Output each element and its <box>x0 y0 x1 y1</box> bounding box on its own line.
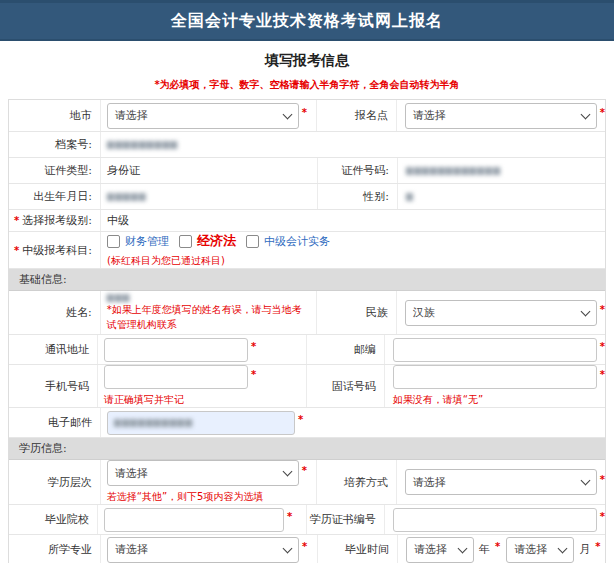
mobile-label: 手机号码 <box>9 365 98 407</box>
row-mobile-telephone: 手机号码 * 请正确填写并牢记 固话号码 * 如果没有，请填“无” <box>9 365 605 408</box>
chevron-down-icon <box>282 109 292 119</box>
required-mark: * <box>14 215 19 226</box>
city-select[interactable]: 请选择 <box>107 103 299 129</box>
email-input[interactable]: ▆▆▆▆▆▆▆▆▆▆ <box>107 411 295 435</box>
required-mark: * <box>302 465 307 476</box>
required-mark: * <box>251 341 256 352</box>
chevron-down-icon <box>580 109 590 119</box>
row-edulevel-training: 学历层次 请选择 * 若选择“其他”，则下5项内容为选填 培养方式 请选择 * <box>9 460 605 505</box>
required-mark: * <box>302 107 307 118</box>
address-label: 通讯地址 <box>9 335 98 364</box>
name-value-redacted: ▆▆▆ <box>107 293 131 302</box>
required-mark: * <box>600 341 605 352</box>
level-label: 选择报考级别: <box>22 213 92 228</box>
row-birth-gender: 出生年月日: ▆▆▆▆▆ 性别: ▆ <box>9 184 605 210</box>
chevron-down-icon <box>283 543 293 553</box>
name-label: 姓名: <box>9 291 101 334</box>
subjects-label: 中级报考科目: <box>22 243 92 258</box>
row-subjects: * 中级报考科目: 财务管理 经济法 中级会计实务 (标红科目为您已通过科目) <box>9 232 605 269</box>
regpoint-select-value: 请选择 <box>413 108 446 123</box>
required-mark: * <box>600 474 605 485</box>
required-mark: * <box>600 511 605 522</box>
grad-year-select[interactable]: 请选择 <box>406 537 474 563</box>
checkbox-financial-management[interactable] <box>107 235 120 248</box>
required-mark: * <box>600 107 605 118</box>
checkbox-economic-law[interactable] <box>179 235 192 248</box>
required-mark: * <box>600 369 605 380</box>
edu-level-select-value: 请选择 <box>115 466 148 481</box>
subject-economic-law-label: 经济法 <box>197 232 236 250</box>
training-label: 培养方式 <box>316 460 396 504</box>
school-input[interactable] <box>104 508 284 532</box>
required-mark: * <box>302 541 307 552</box>
email-label: 电子邮件 <box>9 408 101 437</box>
grad-time-label: 毕业时间 <box>317 535 397 563</box>
major-label: 所学专业 <box>9 535 101 563</box>
id-number-value-redacted: ▆▆▆▆▆▆▆▆▆▆▆▆ <box>406 166 501 175</box>
ethnic-select[interactable]: 汉族 <box>405 300 597 326</box>
section-education-info: 学历信息: <box>9 438 605 460</box>
edu-level-note: 若选择“其他”，则下5项内容为选填 <box>107 489 264 504</box>
chevron-down-icon <box>580 306 590 316</box>
registration-form: 地市 请选择 * 报名点 请选择 * 档案号: ▆▆▆▆▆▆▆▆▆ 证件类型: … <box>8 99 606 563</box>
city-label: 地市 <box>9 100 101 131</box>
address-input[interactable] <box>104 338 248 362</box>
school-label: 毕业院校 <box>9 505 98 534</box>
subject-financial-management-label: 财务管理 <box>125 234 169 249</box>
training-select-value: 请选择 <box>413 475 446 490</box>
app-title: 全国会计专业技术资格考试网上报名 <box>171 11 443 32</box>
required-mark: * <box>298 414 303 425</box>
page-title: 填写报考信息 <box>0 52 614 70</box>
required-mark: * <box>251 369 256 380</box>
mobile-note: 请正确填写并牢记 <box>104 392 184 407</box>
chevron-down-icon <box>282 467 292 477</box>
major-select[interactable]: 请选择 <box>107 537 299 563</box>
row-archive-number: 档案号: ▆▆▆▆▆▆▆▆▆ <box>9 132 605 158</box>
training-select[interactable]: 请选择 <box>405 469 597 495</box>
regpoint-select[interactable]: 请选择 <box>405 103 597 129</box>
edu-level-select[interactable]: 请选择 <box>107 460 299 486</box>
regpoint-label: 报名点 <box>316 100 396 131</box>
row-exam-level: * 选择报考级别: 中级 <box>9 210 605 232</box>
app-header: 全国会计专业技术资格考试网上报名 <box>0 0 614 41</box>
required-fields-note: *为必填项，字母、数字、空格请输入半角字符，全角会自动转为半角 <box>0 78 614 92</box>
level-value: 中级 <box>101 210 605 231</box>
email-value-redacted: ▆▆▆▆▆▆▆▆▆▆ <box>114 418 193 427</box>
section-basic-info: 基础信息: <box>9 269 605 291</box>
grad-year-unit: 年 <box>479 542 490 557</box>
row-major-gradtime: 所学专业 请选择 * 毕业时间 请选择 年* 请选择 月* <box>9 535 605 563</box>
row-city-regpoint: 地市 请选择 * 报名点 请选择 * <box>9 100 605 132</box>
required-mark: * <box>600 304 605 315</box>
birth-label: 出生年月日: <box>9 184 101 209</box>
telephone-input[interactable] <box>393 365 597 389</box>
id-number-label: 证件号码: <box>317 158 397 183</box>
row-school-certno: 毕业院校 * 学历证书编号 * <box>9 505 605 535</box>
major-select-value: 请选择 <box>115 542 148 557</box>
ethnic-label: 民族 <box>316 291 396 334</box>
edu-level-label: 学历层次 <box>9 460 101 504</box>
row-address-zip: 通讯地址 * 邮编 * <box>9 335 605 365</box>
checkbox-intermediate-accounting[interactable] <box>246 235 259 248</box>
required-mark: * <box>14 245 19 256</box>
zipcode-label: 邮编 <box>306 335 383 364</box>
ethnic-select-value: 汉族 <box>413 305 435 320</box>
zipcode-input[interactable] <box>393 338 597 362</box>
chevron-down-icon <box>558 543 568 553</box>
gender-label: 性别: <box>317 184 397 209</box>
row-id: 证件类型: 身份证 证件号码: ▆▆▆▆▆▆▆▆▆▆▆▆ <box>9 158 605 184</box>
gender-value-redacted: ▆ <box>406 192 414 201</box>
grad-month-select[interactable]: 请选择 <box>506 537 574 563</box>
grad-month-select-value: 请选择 <box>514 542 547 557</box>
archive-value-redacted: ▆▆▆▆▆▆▆▆▆ <box>107 140 178 149</box>
cert-no-label: 学历证书编号 <box>306 505 383 534</box>
subjects-note: (标红科目为您已通过科目) <box>107 253 225 268</box>
city-select-value: 请选择 <box>115 108 148 123</box>
telephone-note: 如果没有，请填“无” <box>393 392 483 407</box>
required-mark: * <box>595 541 600 552</box>
mobile-input[interactable] <box>104 365 248 389</box>
cert-no-input[interactable] <box>393 508 597 532</box>
telephone-label: 固话号码 <box>306 365 383 407</box>
row-name-ethnic: 姓名: ▆▆▆ *如果上年度您填写的姓名有误，请与当地考试管理机构联系 民族 汉… <box>9 291 605 335</box>
subject-intermediate-accounting-label: 中级会计实务 <box>264 234 330 249</box>
id-type-label: 证件类型: <box>9 158 101 183</box>
